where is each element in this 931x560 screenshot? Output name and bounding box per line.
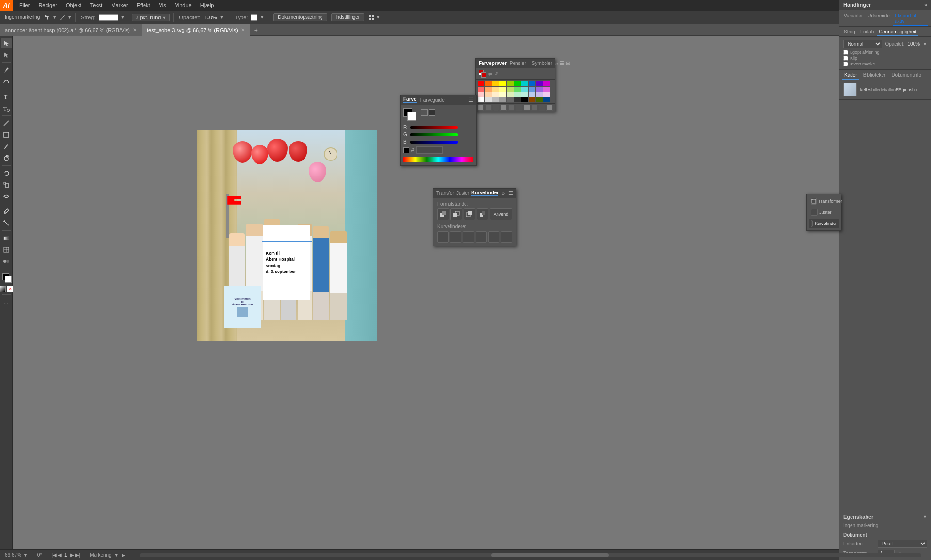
swatch-icon-9[interactable] (539, 105, 545, 111)
color-swatch-cell[interactable] (529, 92, 535, 97)
pen-tool[interactable] (1, 64, 12, 75)
color-swatch-cell[interactable] (499, 87, 506, 92)
color-swatch-cell[interactable] (485, 97, 492, 102)
color-swatch-cell[interactable] (529, 97, 535, 102)
slider-r-track[interactable] (410, 126, 458, 129)
menu-hjælp[interactable]: Hjælp (196, 1, 218, 9)
swatch-icon-8[interactable] (531, 105, 538, 111)
form-btn-3[interactable] (464, 208, 475, 220)
form-btn-4[interactable] (477, 208, 488, 220)
add-tab-button[interactable]: + (250, 26, 262, 34)
color-swatch-cell[interactable] (543, 87, 550, 92)
line-tool[interactable] (1, 118, 12, 128)
menu-filer[interactable]: Filer (16, 1, 33, 9)
stroke-val-arrow[interactable]: ▼ (162, 16, 166, 20)
color-swatch-cell[interactable] (492, 81, 499, 86)
farveprøver-expand[interactable]: » (555, 61, 558, 66)
color-swatch-cell[interactable] (485, 81, 492, 86)
color-swatch-cell[interactable] (514, 97, 521, 102)
menu-effekt[interactable]: Effekt (133, 1, 154, 9)
color-swatch-cell[interactable] (499, 81, 506, 86)
blob-brush-tool[interactable] (1, 153, 12, 163)
farve-tab-farve[interactable]: Farve (403, 96, 417, 103)
scrollbar-thumb[interactable] (491, 553, 609, 557)
eyedropper-tool[interactable] (1, 206, 12, 217)
menu-tekst[interactable]: Tekst (86, 1, 107, 9)
kurve-btn-4[interactable] (476, 231, 487, 243)
swatch-icon-5[interactable] (508, 105, 514, 111)
fg-color-indicator[interactable] (479, 70, 486, 78)
handlinger-expand[interactable]: » (924, 2, 927, 8)
mesh-tool[interactable] (1, 244, 12, 255)
menu-rediger[interactable]: Rediger (34, 1, 61, 9)
color-swatch-cell[interactable] (514, 92, 521, 97)
first-page-button[interactable]: |◀ (51, 552, 57, 558)
swatch-icon-6[interactable] (516, 105, 522, 111)
color-swatch-cell[interactable] (478, 81, 484, 86)
color-swatch-cell[interactable] (492, 97, 499, 102)
kurve-btn-2[interactable] (450, 231, 461, 243)
hex-input[interactable] (416, 146, 443, 154)
color-swatch-cell[interactable] (507, 81, 514, 86)
rotate-tool[interactable] (1, 168, 12, 178)
type-tool[interactable]: T (1, 91, 12, 102)
subtab-streg[interactable]: Streg (842, 28, 857, 36)
kurve-btn-3[interactable] (463, 231, 474, 243)
menu-objekt[interactable]: Objekt (62, 1, 85, 9)
slider-b-track[interactable] (410, 141, 458, 144)
swatch-icon-4[interactable] (500, 105, 507, 111)
kurve-btn-5[interactable] (488, 231, 499, 243)
egenskaber-collapse[interactable]: ▼ (923, 514, 927, 519)
blend-mode-select[interactable]: Normal (843, 40, 882, 48)
arrow-dropdown[interactable]: ▼ (52, 15, 57, 20)
farve-fg-bg[interactable] (403, 108, 417, 122)
color-swatch-cell[interactable] (507, 92, 514, 97)
scale-tool[interactable] (1, 179, 12, 190)
kader-tab-biblioteker[interactable]: Biblioteker (861, 71, 888, 80)
kader-tab-kader[interactable]: Kader (842, 71, 859, 80)
document-settings-button[interactable]: Dokumentopsætning (273, 13, 327, 21)
color-swatch-cell[interactable] (536, 97, 543, 102)
stroke-preview[interactable] (99, 14, 118, 21)
type-preview[interactable] (251, 14, 257, 21)
farveprøver-grid[interactable]: ⊞ (566, 60, 570, 66)
direct-select-tool[interactable] (1, 49, 12, 60)
klip-checkbox[interactable] (843, 56, 848, 61)
color-swatch-cell[interactable] (521, 87, 528, 92)
view-arrow[interactable]: ▼ (376, 15, 380, 20)
rectangle-tool[interactable] (1, 129, 12, 140)
tab-annonceer[interactable]: annoncer åbent hosp (002).ai* @ 66,67 % … (0, 24, 142, 36)
form-btn-2[interactable] (450, 208, 462, 220)
subtab-gennemsiglighed[interactable]: Gennemsiglighed (877, 28, 918, 36)
color-spectrum[interactable] (403, 157, 473, 162)
menu-vindue[interactable]: Vindue (171, 1, 195, 9)
opacity-arrow-t[interactable]: ▼ (923, 42, 927, 47)
invert-checkbox[interactable] (843, 62, 848, 66)
touch-type-tool[interactable]: T (1, 103, 12, 113)
farve-icon-2[interactable] (429, 109, 435, 116)
tab-udseende[interactable]: Udseende (866, 12, 891, 26)
artboard-tool[interactable]: ... (1, 297, 12, 307)
tab-test[interactable]: test_aobe 3.svg @ 66,67 % (RGB/Vis) ✕ (142, 24, 250, 36)
stroke-dropdown-arrow[interactable]: ▼ (120, 15, 125, 20)
gradient-tool[interactable] (1, 233, 12, 243)
prev-page-button[interactable]: ◀ (58, 552, 62, 558)
symboler-title[interactable]: Symboler (529, 61, 555, 66)
pen-tool-icon[interactable]: ▼ (59, 14, 72, 21)
kurve-menu[interactable]: ☰ (508, 190, 513, 196)
measure-tool[interactable] (1, 218, 12, 228)
color-swatch-cell[interactable] (492, 87, 499, 92)
kurve-expand[interactable]: » (502, 191, 505, 196)
none-color-icon[interactable] (0, 286, 6, 292)
swatch-icon-3[interactable] (493, 105, 499, 111)
color-swatch-cell[interactable] (478, 92, 484, 97)
color-swatch-cell[interactable] (543, 97, 550, 102)
mode-arrow[interactable]: ▼ (114, 553, 119, 558)
kurve-btn-1[interactable] (437, 231, 449, 243)
background-color-swatch[interactable] (5, 276, 12, 283)
transfor-tab[interactable]: Transfor (436, 191, 454, 196)
floater-kurvefinder-btn[interactable]: Kurvefinder (809, 219, 839, 228)
color-swatch-cell[interactable] (485, 92, 492, 97)
apply-button[interactable]: Anvend (490, 208, 512, 220)
lgopt-checkbox[interactable] (843, 50, 848, 55)
